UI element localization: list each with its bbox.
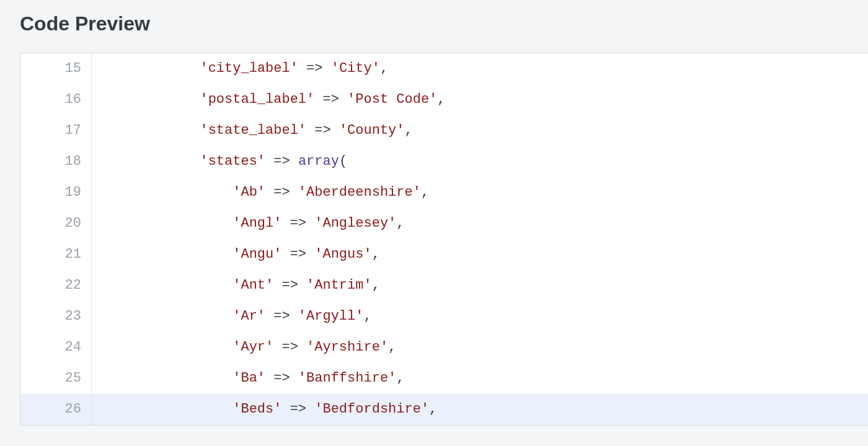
line-number: 24 (20, 332, 92, 363)
line-content: 'Beds' => 'Bedfordshire', (92, 394, 868, 425)
line-content: 'Angl' => 'Anglesey', (92, 208, 868, 239)
code-line[interactable]: 26 'Beds' => 'Bedfordshire', (20, 394, 868, 425)
line-content: 'Ba' => 'Banffshire', (92, 363, 868, 394)
line-content: 'Angu' => 'Angus', (92, 239, 868, 270)
line-number: 15 (20, 53, 92, 84)
code-line[interactable]: 18 'states' => array( (20, 146, 868, 177)
page-title: Code Preview (20, 12, 868, 35)
line-number: 21 (20, 239, 92, 270)
line-number: 23 (20, 301, 92, 332)
code-line[interactable]: 20 'Angl' => 'Anglesey', (20, 208, 868, 239)
line-number: 18 (20, 146, 92, 177)
code-line[interactable]: 17 'state_label' => 'County', (20, 115, 868, 146)
line-content: 'city_label' => 'City', (92, 53, 868, 84)
code-line[interactable]: 23 'Ar' => 'Argyll', (20, 301, 868, 332)
line-content: 'Ar' => 'Argyll', (92, 301, 868, 332)
line-content: 'states' => array( (92, 146, 868, 177)
code-line[interactable]: 24 'Ayr' => 'Ayrshire', (20, 332, 868, 363)
line-number: 20 (20, 208, 92, 239)
code-line[interactable]: 15 'city_label' => 'City', (20, 53, 868, 84)
code-preview-panel: 15 'city_label' => 'City',16 'postal_lab… (20, 53, 868, 426)
line-content: 'postal_label' => 'Post Code', (92, 84, 868, 115)
line-number: 17 (20, 115, 92, 146)
line-number: 26 (20, 394, 92, 425)
code-line[interactable]: 25 'Ba' => 'Banffshire', (20, 363, 868, 394)
code-line[interactable]: 21 'Angu' => 'Angus', (20, 239, 868, 270)
line-number: 22 (20, 270, 92, 301)
line-content: 'Ant' => 'Antrim', (92, 270, 868, 301)
line-content: 'state_label' => 'County', (92, 115, 868, 146)
code-line[interactable]: 16 'postal_label' => 'Post Code', (20, 84, 868, 115)
line-number: 25 (20, 363, 92, 394)
line-number: 19 (20, 177, 92, 208)
line-content: 'Ayr' => 'Ayrshire', (92, 332, 868, 363)
line-number: 16 (20, 84, 92, 115)
line-content: 'Ab' => 'Aberdeenshire', (92, 177, 868, 208)
code-line[interactable]: 19 'Ab' => 'Aberdeenshire', (20, 177, 868, 208)
code-line[interactable]: 22 'Ant' => 'Antrim', (20, 270, 868, 301)
